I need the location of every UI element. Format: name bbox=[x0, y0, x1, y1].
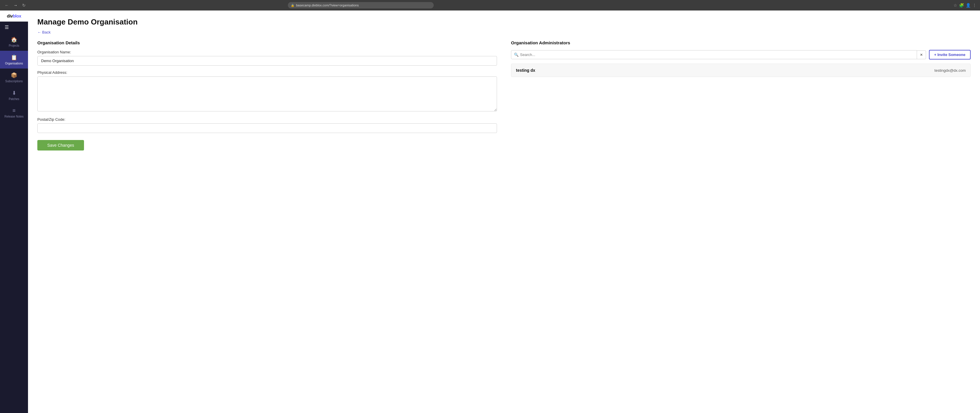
org-details-section: Organisation Details Organisation Name: … bbox=[37, 40, 497, 151]
org-name-input[interactable] bbox=[37, 56, 497, 66]
sidebar-logo: divblox bbox=[0, 11, 28, 22]
extensions-button[interactable]: 🧩 bbox=[959, 3, 964, 8]
forward-nav-button[interactable]: → bbox=[12, 2, 19, 9]
admin-name: testing dx bbox=[516, 68, 535, 73]
back-link[interactable]: ← Back bbox=[37, 30, 51, 34]
app-container: divblox ☰ 🏠 Projects 📋 Organisations 📦 S… bbox=[0, 11, 980, 413]
org-admins-section: Organisation Administrators 🔍 ✕ + Invite… bbox=[511, 40, 970, 151]
organisations-icon: 📋 bbox=[11, 54, 17, 61]
release-notes-label: Release Notes bbox=[5, 115, 24, 118]
save-changes-button[interactable]: Save Changes bbox=[37, 140, 84, 151]
org-admins-title: Organisation Administrators bbox=[511, 40, 970, 45]
sidebar-item-projects[interactable]: 🏠 Projects bbox=[0, 33, 28, 51]
logo-text: divblox bbox=[7, 13, 21, 18]
organisations-label: Organisations bbox=[5, 62, 23, 65]
release-notes-icon: ≡ bbox=[13, 108, 16, 114]
sidebar-item-subscriptions[interactable]: 📦 Subscriptions bbox=[0, 68, 28, 86]
patches-icon: ⬇ bbox=[12, 90, 16, 96]
org-name-label: Organisation Name: bbox=[37, 50, 497, 54]
profile-button[interactable]: 👤 bbox=[966, 3, 970, 8]
org-address-label: Physical Address: bbox=[37, 70, 497, 75]
page-title: Manage Demo Organisation bbox=[37, 17, 970, 27]
browser-actions: ☆ 🧩 👤 ⋮ bbox=[953, 3, 977, 8]
sidebar: divblox ☰ 🏠 Projects 📋 Organisations 📦 S… bbox=[0, 11, 28, 413]
sidebar-item-organisations[interactable]: 📋 Organisations bbox=[0, 51, 28, 68]
patches-label: Patches bbox=[9, 97, 19, 101]
org-name-group: Organisation Name: bbox=[37, 50, 497, 66]
reload-button[interactable]: ↻ bbox=[21, 2, 27, 9]
lock-icon: 🔒 bbox=[291, 4, 294, 7]
search-icon: 🔍 bbox=[514, 52, 519, 57]
org-address-group: Physical Address: bbox=[37, 70, 497, 113]
address-bar: 🔒 basecamp.divblox.com/?view=organisatio… bbox=[288, 2, 434, 8]
org-postal-group: Postal/Zip Code: bbox=[37, 117, 497, 133]
two-col-layout: Organisation Details Organisation Name: … bbox=[37, 40, 970, 151]
org-postal-input[interactable] bbox=[37, 123, 497, 133]
admin-card: testing dx testingdx@dx.com bbox=[511, 64, 970, 77]
subscriptions-icon: 📦 bbox=[11, 72, 17, 78]
sidebar-item-patches[interactable]: ⬇ Patches bbox=[0, 86, 28, 104]
browser-chrome: ← → ↻ 🔒 basecamp.divblox.com/?view=organ… bbox=[0, 0, 980, 11]
search-box: 🔍 ✕ bbox=[511, 50, 926, 59]
projects-icon: 🏠 bbox=[11, 37, 17, 43]
url-text: basecamp.divblox.com/?view=organisations bbox=[296, 3, 359, 7]
org-details-title: Organisation Details bbox=[37, 40, 497, 45]
subscriptions-label: Subscriptions bbox=[5, 79, 23, 83]
hamburger-icon[interactable]: ☰ bbox=[0, 22, 9, 33]
org-postal-label: Postal/Zip Code: bbox=[37, 117, 497, 122]
admin-search-row: 🔍 ✕ + Invite Someone bbox=[511, 50, 970, 59]
admin-email: testingdx@dx.com bbox=[934, 68, 966, 73]
content-area: Manage Demo Organisation ← Back Organisa… bbox=[28, 11, 980, 157]
search-clear-button[interactable]: ✕ bbox=[917, 51, 926, 59]
sidebar-item-release-notes[interactable]: ≡ Release Notes bbox=[0, 104, 28, 122]
back-nav-button[interactable]: ← bbox=[3, 2, 10, 9]
admin-search-input[interactable] bbox=[511, 50, 917, 59]
menu-button[interactable]: ⋮ bbox=[972, 3, 977, 8]
star-button[interactable]: ☆ bbox=[953, 3, 957, 8]
invite-someone-button[interactable]: + Invite Someone bbox=[929, 50, 970, 59]
projects-label: Projects bbox=[9, 44, 19, 47]
org-address-input[interactable] bbox=[37, 76, 497, 111]
main-content: Manage Demo Organisation ← Back Organisa… bbox=[28, 11, 980, 413]
